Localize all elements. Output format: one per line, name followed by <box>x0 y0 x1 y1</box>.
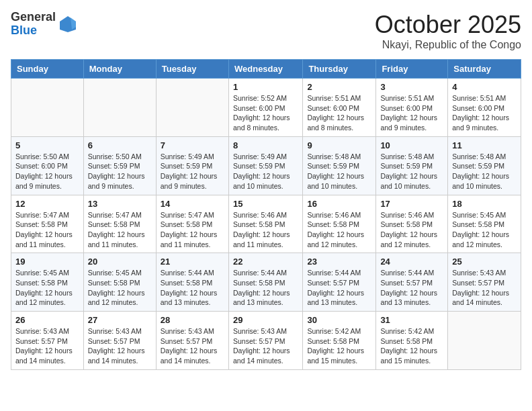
calendar-cell: 23Sunrise: 5:44 AMSunset: 5:57 PMDayligh… <box>303 253 376 312</box>
cell-info: Sunrise: 5:43 AMSunset: 5:57 PMDaylight:… <box>161 326 224 366</box>
cell-info: Sunrise: 5:46 AMSunset: 5:58 PMDaylight:… <box>233 210 298 250</box>
cell-date-number: 12 <box>15 199 79 209</box>
cell-date-number: 3 <box>380 82 443 92</box>
cell-date-number: 4 <box>452 82 517 92</box>
cell-info: Sunrise: 5:48 AMSunset: 5:59 PMDaylight:… <box>380 152 443 191</box>
calendar-cell: 18Sunrise: 5:45 AMSunset: 5:58 PMDayligh… <box>448 195 521 253</box>
cell-info: Sunrise: 5:45 AMSunset: 5:58 PMDaylight:… <box>452 210 517 250</box>
logo-icon <box>58 15 77 34</box>
calendar-cell: 13Sunrise: 5:47 AMSunset: 5:58 PMDayligh… <box>83 195 156 253</box>
cell-info: Sunrise: 5:44 AMSunset: 5:57 PMDaylight:… <box>380 268 443 308</box>
cell-date-number: 20 <box>88 257 152 267</box>
cell-date-number: 10 <box>380 140 443 150</box>
calendar-cell: 16Sunrise: 5:46 AMSunset: 5:58 PMDayligh… <box>303 195 376 253</box>
cell-info: Sunrise: 5:44 AMSunset: 5:58 PMDaylight:… <box>161 268 224 308</box>
title-block: October 2025 Nkayi, Republic of the Cong… <box>375 11 521 51</box>
page-subtitle: Nkayi, Republic of the Congo <box>375 39 521 51</box>
calendar-cell: 30Sunrise: 5:42 AMSunset: 5:58 PMDayligh… <box>303 312 376 370</box>
cell-info: Sunrise: 5:51 AMSunset: 6:00 PMDaylight:… <box>380 93 443 133</box>
calendar-cell: 24Sunrise: 5:44 AMSunset: 5:57 PMDayligh… <box>376 253 448 312</box>
calendar-cell: 31Sunrise: 5:42 AMSunset: 5:58 PMDayligh… <box>376 312 448 370</box>
cell-info: Sunrise: 5:43 AMSunset: 5:57 PMDaylight:… <box>233 326 298 366</box>
cell-date-number: 28 <box>161 315 224 325</box>
calendar-week-row: 26Sunrise: 5:43 AMSunset: 5:57 PMDayligh… <box>11 312 521 370</box>
cell-date-number: 13 <box>88 199 152 209</box>
cell-info: Sunrise: 5:42 AMSunset: 5:58 PMDaylight:… <box>380 326 443 366</box>
calendar-cell <box>448 312 521 370</box>
calendar-week-row: 19Sunrise: 5:45 AMSunset: 5:58 PMDayligh… <box>11 253 521 312</box>
calendar-table: SundayMondayTuesdayWednesdayThursdayFrid… <box>11 59 521 370</box>
day-header-friday: Friday <box>376 60 448 79</box>
cell-date-number: 1 <box>233 82 298 92</box>
cell-info: Sunrise: 5:44 AMSunset: 5:58 PMDaylight:… <box>233 268 298 308</box>
cell-date-number: 5 <box>15 140 79 150</box>
cell-date-number: 15 <box>233 199 298 209</box>
calendar-cell: 5Sunrise: 5:50 AMSunset: 6:00 PMDaylight… <box>11 136 84 195</box>
calendar-cell: 7Sunrise: 5:49 AMSunset: 5:59 PMDaylight… <box>156 136 228 195</box>
cell-info: Sunrise: 5:46 AMSunset: 5:58 PMDaylight:… <box>380 210 443 250</box>
calendar-cell: 6Sunrise: 5:50 AMSunset: 5:59 PMDaylight… <box>83 136 156 195</box>
cell-info: Sunrise: 5:47 AMSunset: 5:58 PMDaylight:… <box>88 210 152 250</box>
cell-info: Sunrise: 5:45 AMSunset: 5:58 PMDaylight:… <box>88 268 152 308</box>
day-header-monday: Monday <box>83 60 156 79</box>
calendar-cell: 14Sunrise: 5:47 AMSunset: 5:58 PMDayligh… <box>156 195 228 253</box>
calendar-cell: 4Sunrise: 5:51 AMSunset: 6:00 PMDaylight… <box>448 79 521 137</box>
cell-info: Sunrise: 5:50 AMSunset: 5:59 PMDaylight:… <box>88 152 152 191</box>
calendar-week-row: 5Sunrise: 5:50 AMSunset: 6:00 PMDaylight… <box>11 136 521 195</box>
cell-date-number: 19 <box>15 257 79 267</box>
cell-date-number: 27 <box>88 315 152 325</box>
logo-general-text: General <box>11 11 56 24</box>
cell-date-number: 7 <box>161 140 224 150</box>
cell-date-number: 26 <box>15 315 79 325</box>
cell-date-number: 30 <box>307 315 371 325</box>
logo: General Blue <box>11 11 77 38</box>
cell-info: Sunrise: 5:47 AMSunset: 5:58 PMDaylight:… <box>161 210 224 250</box>
cell-info: Sunrise: 5:43 AMSunset: 5:57 PMDaylight:… <box>452 268 517 308</box>
cell-info: Sunrise: 5:52 AMSunset: 6:00 PMDaylight:… <box>233 93 298 133</box>
calendar-cell: 3Sunrise: 5:51 AMSunset: 6:00 PMDaylight… <box>376 79 448 137</box>
cell-date-number: 22 <box>233 257 298 267</box>
page-title: October 2025 <box>375 11 521 39</box>
cell-date-number: 25 <box>452 257 517 267</box>
day-header-sunday: Sunday <box>11 60 84 79</box>
calendar-cell: 1Sunrise: 5:52 AMSunset: 6:00 PMDaylight… <box>228 79 302 137</box>
cell-date-number: 23 <box>307 257 371 267</box>
cell-date-number: 31 <box>380 315 443 325</box>
logo-blue-text: Blue <box>11 24 56 38</box>
calendar-cell <box>83 79 156 137</box>
calendar-cell: 17Sunrise: 5:46 AMSunset: 5:58 PMDayligh… <box>376 195 448 253</box>
cell-date-number: 16 <box>307 199 371 209</box>
cell-date-number: 24 <box>380 257 443 267</box>
calendar-cell: 29Sunrise: 5:43 AMSunset: 5:57 PMDayligh… <box>228 312 302 370</box>
calendar-header-row: SundayMondayTuesdayWednesdayThursdayFrid… <box>11 60 521 79</box>
calendar-week-row: 12Sunrise: 5:47 AMSunset: 5:58 PMDayligh… <box>11 195 521 253</box>
calendar-cell: 22Sunrise: 5:44 AMSunset: 5:58 PMDayligh… <box>228 253 302 312</box>
cell-info: Sunrise: 5:43 AMSunset: 5:57 PMDaylight:… <box>15 326 79 366</box>
calendar-cell: 15Sunrise: 5:46 AMSunset: 5:58 PMDayligh… <box>228 195 302 253</box>
cell-info: Sunrise: 5:48 AMSunset: 5:59 PMDaylight:… <box>307 152 371 191</box>
calendar-cell: 2Sunrise: 5:51 AMSunset: 6:00 PMDaylight… <box>303 79 376 137</box>
cell-info: Sunrise: 5:42 AMSunset: 5:58 PMDaylight:… <box>307 326 371 366</box>
page-header: General Blue October 2025 Nkayi, Republi… <box>11 11 521 51</box>
cell-date-number: 18 <box>452 199 517 209</box>
calendar-cell: 19Sunrise: 5:45 AMSunset: 5:58 PMDayligh… <box>11 253 84 312</box>
cell-info: Sunrise: 5:45 AMSunset: 5:58 PMDaylight:… <box>15 268 79 308</box>
calendar-cell: 10Sunrise: 5:48 AMSunset: 5:59 PMDayligh… <box>376 136 448 195</box>
calendar-cell: 26Sunrise: 5:43 AMSunset: 5:57 PMDayligh… <box>11 312 84 370</box>
cell-date-number: 14 <box>161 199 224 209</box>
cell-date-number: 9 <box>307 140 371 150</box>
cell-date-number: 6 <box>88 140 152 150</box>
cell-date-number: 11 <box>452 140 517 150</box>
calendar-cell: 21Sunrise: 5:44 AMSunset: 5:58 PMDayligh… <box>156 253 228 312</box>
cell-date-number: 8 <box>233 140 298 150</box>
cell-date-number: 29 <box>233 315 298 325</box>
cell-info: Sunrise: 5:43 AMSunset: 5:57 PMDaylight:… <box>88 326 152 366</box>
day-header-wednesday: Wednesday <box>228 60 302 79</box>
calendar-cell <box>156 79 228 137</box>
cell-info: Sunrise: 5:51 AMSunset: 6:00 PMDaylight:… <box>452 93 517 133</box>
day-header-saturday: Saturday <box>448 60 521 79</box>
calendar-cell: 9Sunrise: 5:48 AMSunset: 5:59 PMDaylight… <box>303 136 376 195</box>
cell-info: Sunrise: 5:51 AMSunset: 6:00 PMDaylight:… <box>307 93 371 133</box>
calendar-cell: 27Sunrise: 5:43 AMSunset: 5:57 PMDayligh… <box>83 312 156 370</box>
cell-info: Sunrise: 5:49 AMSunset: 5:59 PMDaylight:… <box>161 152 224 191</box>
